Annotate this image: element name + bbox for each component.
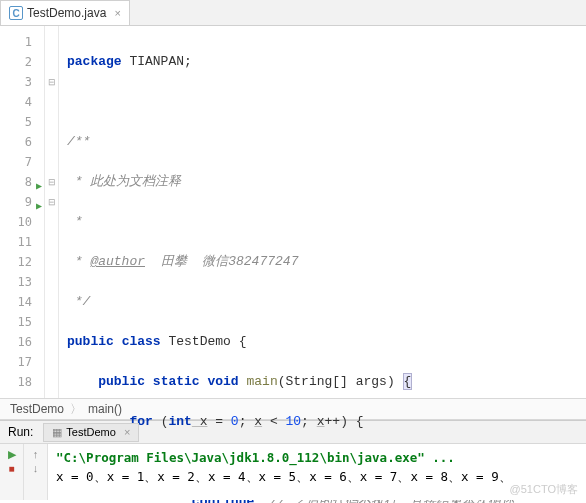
file-tab[interactable]: C TestDemo.java × bbox=[0, 0, 130, 25]
watermark: @51CTO博客 bbox=[510, 482, 578, 497]
line-number: 13 bbox=[0, 272, 32, 292]
close-icon[interactable]: × bbox=[114, 7, 120, 19]
fold-column: ⊟ ⊟ ⊟ bbox=[45, 26, 59, 398]
run-gutter-icon[interactable]: ▶ bbox=[36, 176, 42, 196]
console-stdout: x = 0、x = 1、x = 2、x = 4、x = 5、x = 6、x = … bbox=[56, 467, 578, 486]
line-number: 4 bbox=[0, 92, 32, 112]
fold-toggle-icon[interactable]: ⊟ bbox=[45, 172, 58, 192]
line-number: 3 bbox=[0, 72, 32, 92]
line-number: 7 bbox=[0, 152, 32, 172]
line-number: 12 bbox=[0, 252, 32, 272]
line-number: 10 bbox=[0, 212, 32, 232]
editor-tab-bar: C TestDemo.java × bbox=[0, 0, 586, 26]
line-number: 17 bbox=[0, 352, 32, 372]
line-number: 8▶ bbox=[0, 172, 32, 192]
run-controls-2: ↑ ↓ bbox=[24, 444, 48, 500]
line-number: 16 bbox=[0, 332, 32, 352]
line-number: 5 bbox=[0, 112, 32, 132]
java-class-icon: C bbox=[9, 6, 23, 20]
line-number-gutter: 1 2 3 4 5 6 7 8▶ 9▶ 10 11 12 13 14 15 16… bbox=[0, 26, 45, 398]
run-label: Run: bbox=[8, 425, 33, 439]
breadcrumb-method[interactable]: main() bbox=[88, 402, 122, 416]
code-area[interactable]: package TIANPAN; /** * 此处为文档注释 * * @auth… bbox=[59, 26, 586, 398]
editor: 1 2 3 4 5 6 7 8▶ 9▶ 10 11 12 13 14 15 16… bbox=[0, 26, 586, 398]
run-tab-icon: ▦ bbox=[52, 426, 62, 439]
line-number: 18 bbox=[0, 372, 32, 392]
console-command: "C:\Program Files\Java\jdk1.8.0_112\bin\… bbox=[56, 448, 578, 467]
chevron-right-icon: 〉 bbox=[70, 401, 82, 418]
run-gutter-icon[interactable]: ▶ bbox=[36, 196, 42, 216]
line-number: 2 bbox=[0, 52, 32, 72]
stop-icon[interactable]: ■ bbox=[8, 463, 14, 474]
up-icon[interactable]: ↑ bbox=[33, 448, 39, 460]
fold-toggle-icon[interactable]: ⊟ bbox=[45, 192, 58, 212]
line-number: 11 bbox=[0, 232, 32, 252]
down-icon[interactable]: ↓ bbox=[33, 462, 39, 474]
line-number: 15 bbox=[0, 312, 32, 332]
breadcrumb-class[interactable]: TestDemo bbox=[10, 402, 64, 416]
run-config-tab[interactable]: ▦ TestDemo × bbox=[43, 423, 139, 442]
line-number: 1 bbox=[0, 32, 32, 52]
rerun-icon[interactable]: ▶ bbox=[8, 448, 16, 461]
line-number: 9▶ bbox=[0, 192, 32, 212]
file-tab-name: TestDemo.java bbox=[27, 6, 106, 20]
run-controls: ▶ ■ bbox=[0, 444, 24, 500]
fold-toggle-icon[interactable]: ⊟ bbox=[45, 72, 58, 92]
line-number: 14 bbox=[0, 292, 32, 312]
line-number: 6 bbox=[0, 132, 32, 152]
close-icon[interactable]: × bbox=[124, 426, 130, 438]
console-output[interactable]: "C:\Program Files\Java\jdk1.8.0_112\bin\… bbox=[48, 444, 586, 500]
